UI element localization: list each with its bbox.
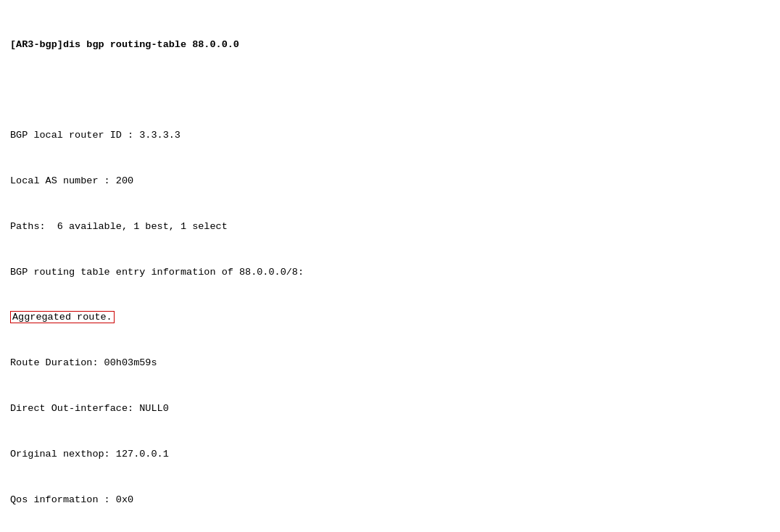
entry1-qos-line: Qos information : 0x0 <box>10 493 770 508</box>
entry1-nexthop-line: Original nexthop: 127.0.0.1 <box>10 447 770 462</box>
entry1-duration-line: Route Duration: 00h03m59s <box>10 356 770 371</box>
paths-line: Paths: 6 available, 1 best, 1 select <box>10 220 770 235</box>
aggregated-route-box: Aggregated route. <box>10 311 115 323</box>
blank-line-1 <box>10 83 770 99</box>
command-line: [AR3-bgp]dis bgp routing-table 88.0.0.0 <box>10 38 770 53</box>
entry1-header-line: BGP routing table entry information of 8… <box>10 265 770 280</box>
entry1-outif-line: Direct Out-interface: NULL0 <box>10 402 770 417</box>
terminal-output: [AR3-bgp]dis bgp routing-table 88.0.0.0 … <box>10 7 770 532</box>
router-id-line: BGP local router ID : 3.3.3.3 <box>10 128 770 144</box>
local-as-line: Local AS number : 200 <box>10 174 770 189</box>
entry1-type-line: Aggregated route. <box>10 310 770 325</box>
